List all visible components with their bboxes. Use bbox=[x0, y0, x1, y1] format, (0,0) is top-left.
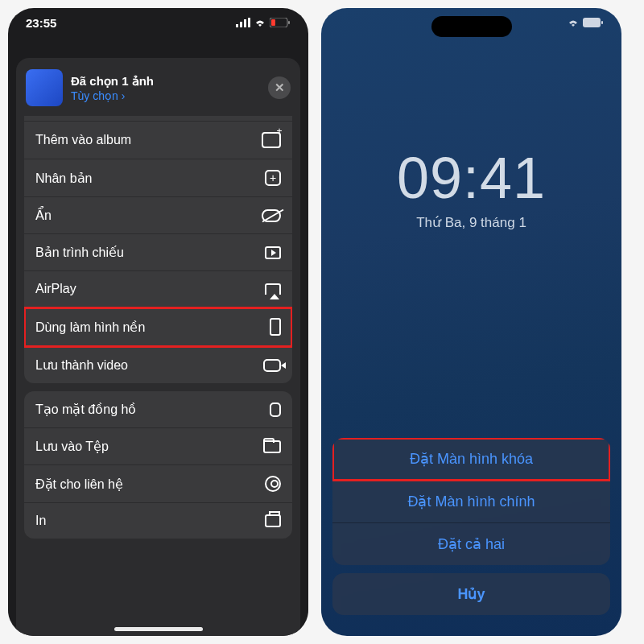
action-hide[interactable]: Ẩn bbox=[24, 197, 292, 234]
action-add-to-album[interactable]: Thêm vào album bbox=[24, 122, 292, 159]
action-label: Dùng làm hình nền bbox=[35, 320, 145, 335]
action-label: In bbox=[35, 514, 46, 528]
action-assign-to-contact[interactable]: Đặt cho liên hệ bbox=[24, 465, 292, 503]
cancel-label: Hủy bbox=[457, 586, 485, 602]
svg-rect-3 bbox=[248, 18, 250, 27]
action-duplicate[interactable]: Nhân bản bbox=[24, 159, 292, 197]
slideshow-icon bbox=[265, 246, 281, 259]
sheet-title: Đã chọn 1 ảnh bbox=[71, 74, 268, 89]
action-slideshow[interactable]: Bản trình chiếu bbox=[24, 234, 292, 271]
action-label: Lưu thành video bbox=[35, 357, 128, 373]
wallpaper-options-group: Đặt Màn hình khóa Đặt Màn hình chính Đặt… bbox=[332, 438, 610, 565]
svg-rect-8 bbox=[601, 21, 603, 24]
action-airplay[interactable]: AirPlay bbox=[24, 271, 292, 308]
watch-icon bbox=[270, 402, 281, 417]
battery-icon bbox=[583, 18, 604, 27]
action-share-in-album[interactable]: Chia sẻ trong album bbox=[24, 116, 292, 122]
svg-rect-2 bbox=[244, 19, 246, 27]
action-label: Bản trình chiếu bbox=[35, 245, 124, 260]
status-icons bbox=[567, 18, 604, 27]
share-actions[interactable]: Chia sẻ trong album Thêm vào album Nhân … bbox=[16, 116, 300, 636]
clock-time: 09:41 bbox=[321, 145, 621, 211]
svg-rect-1 bbox=[240, 22, 242, 27]
action-create-watch-face[interactable]: Tạo mặt đồng hồ bbox=[24, 391, 292, 428]
action-label: Lưu vào Tệp bbox=[35, 439, 109, 454]
svg-rect-7 bbox=[583, 18, 601, 27]
status-icons bbox=[236, 18, 291, 27]
phone-share-sheet: 23:55 Đã chọn 1 ảnh Tùy chọn › ✕ Chia sẻ… bbox=[8, 8, 308, 636]
cancel-group: Hủy bbox=[332, 573, 610, 615]
action-use-as-wallpaper[interactable]: Dùng làm hình nền bbox=[24, 308, 292, 347]
share-sheet: Đã chọn 1 ảnh Tùy chọn › ✕ Chia sẻ trong… bbox=[16, 58, 300, 636]
action-label: Nhân bản bbox=[35, 171, 93, 186]
action-save-as-video[interactable]: Lưu thành video bbox=[24, 347, 292, 383]
action-print[interactable]: In bbox=[24, 503, 292, 539]
duplicate-icon bbox=[265, 170, 281, 186]
action-group-2: Tạo mặt đồng hồ Lưu vào Tệp Đặt cho liên… bbox=[24, 391, 292, 539]
set-home-screen[interactable]: Đặt Màn hình chính bbox=[332, 481, 610, 523]
option-label: Đặt cả hai bbox=[438, 536, 505, 552]
option-label: Đặt Màn hình chính bbox=[407, 493, 535, 510]
home-indicator[interactable] bbox=[114, 627, 203, 631]
close-button[interactable]: ✕ bbox=[268, 76, 291, 99]
svg-rect-5 bbox=[271, 19, 275, 26]
cancel-button[interactable]: Hủy bbox=[332, 573, 610, 615]
contact-icon bbox=[265, 476, 281, 492]
action-label: Thêm vào album bbox=[35, 133, 131, 147]
sheet-options-link[interactable]: Tùy chọn › bbox=[71, 89, 268, 102]
action-group-1: Chia sẻ trong album Thêm vào album Nhân … bbox=[24, 116, 292, 383]
action-label: Ẩn bbox=[35, 208, 52, 223]
phone-wallpaper-preview: 09:41 Thứ Ba, 9 tháng 1 Đặt Màn hình khó… bbox=[321, 8, 621, 636]
wifi-icon bbox=[254, 18, 266, 27]
status-time: 23:55 bbox=[26, 16, 56, 30]
photo-thumbnail[interactable] bbox=[26, 69, 63, 106]
airplay-icon bbox=[265, 283, 281, 295]
dynamic-island bbox=[431, 16, 512, 37]
print-icon bbox=[265, 514, 281, 527]
option-label: Đặt Màn hình khóa bbox=[410, 451, 533, 467]
svg-rect-6 bbox=[288, 21, 290, 24]
action-label: Đặt cho liên hệ bbox=[35, 477, 123, 492]
clock-date: Thứ Ba, 9 tháng 1 bbox=[321, 214, 621, 231]
wallpaper-set-sheet: Đặt Màn hình khóa Đặt Màn hình chính Đặt… bbox=[332, 438, 610, 623]
set-lock-screen[interactable]: Đặt Màn hình khóa bbox=[332, 438, 610, 481]
hide-icon bbox=[262, 209, 281, 222]
share-sheet-header: Đã chọn 1 ảnh Tùy chọn › ✕ bbox=[16, 58, 300, 116]
action-label: AirPlay bbox=[35, 282, 76, 296]
status-bar: 23:55 bbox=[8, 8, 308, 32]
phone-icon bbox=[270, 318, 281, 336]
wifi-icon bbox=[567, 18, 580, 27]
action-label: Tạo mặt đồng hồ bbox=[35, 402, 136, 417]
set-both[interactable]: Đặt cả hai bbox=[332, 523, 610, 565]
folder-icon bbox=[263, 440, 281, 453]
lock-screen-clock: 09:41 Thứ Ba, 9 tháng 1 bbox=[321, 32, 621, 231]
svg-rect-0 bbox=[236, 24, 238, 27]
album-add-icon bbox=[262, 132, 281, 148]
battery-low-icon bbox=[270, 18, 291, 27]
video-icon bbox=[263, 359, 281, 372]
signal-icon bbox=[236, 18, 250, 27]
action-save-to-files[interactable]: Lưu vào Tệp bbox=[24, 428, 292, 465]
